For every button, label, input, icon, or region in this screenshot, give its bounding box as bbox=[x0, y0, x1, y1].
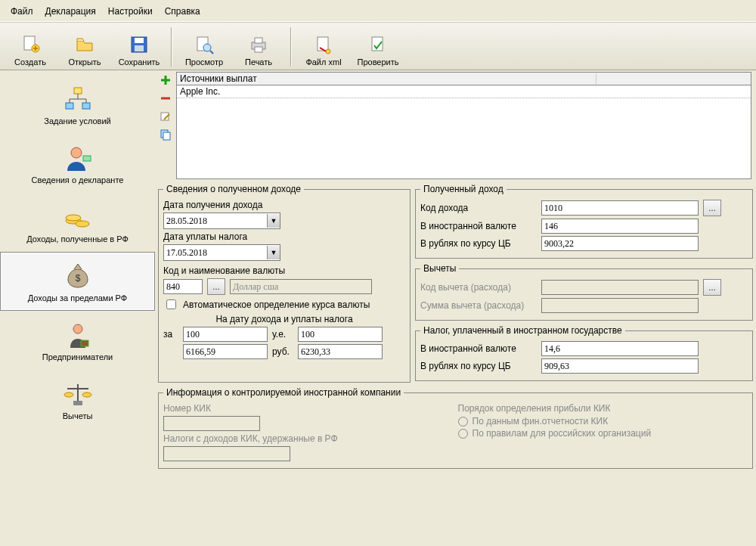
income-info-legend: Сведения о полученном доходе bbox=[163, 184, 304, 194]
kik-opt1-radio[interactable]: По данным фин.отчетности КИК bbox=[458, 416, 748, 427]
date-recv-input[interactable] bbox=[164, 214, 267, 228]
sidebar-item-income-foreign[interactable]: $ Доходы за пределами РФ bbox=[0, 252, 155, 311]
create-button[interactable]: Создать bbox=[3, 26, 57, 68]
currency-code-input[interactable] bbox=[163, 279, 203, 294]
auto-rate-checkbox[interactable] bbox=[166, 299, 176, 309]
filexml-button[interactable]: Файл xml bbox=[296, 26, 351, 68]
save-button[interactable]: Сохранить bbox=[112, 26, 166, 68]
rate1b-input[interactable] bbox=[298, 327, 383, 342]
save-label: Сохранить bbox=[119, 57, 160, 67]
deduct-sum-label: Сумма вычета (расхода) bbox=[420, 300, 537, 311]
preview-button[interactable]: Просмотр bbox=[177, 26, 231, 68]
income-code-label: Код дохода bbox=[420, 203, 537, 213]
svg-rect-3 bbox=[135, 38, 144, 43]
date-tax-combo[interactable]: ▼ bbox=[163, 244, 280, 261]
date-tax-input[interactable] bbox=[164, 246, 267, 259]
rate1a-input[interactable] bbox=[183, 327, 268, 342]
ftax-rub-input[interactable] bbox=[541, 358, 699, 374]
remove-source-button[interactable] bbox=[159, 92, 172, 105]
currency-lookup-button[interactable]: … bbox=[207, 278, 225, 295]
coins-icon bbox=[63, 198, 93, 231]
rate2a-input[interactable] bbox=[183, 344, 268, 359]
kik-legend: Информация о контролируемой иностранной … bbox=[163, 387, 404, 398]
check-button[interactable]: Проверить bbox=[351, 26, 405, 68]
radio-icon bbox=[458, 417, 468, 427]
kik-opt2-label: По правилам для российских организаций bbox=[472, 428, 652, 439]
svg-point-23 bbox=[73, 324, 82, 333]
check-label: Проверить bbox=[357, 57, 398, 67]
menu-file[interactable]: Файл bbox=[6, 5, 38, 18]
rub-label: руб. bbox=[272, 346, 293, 357]
deduct-code-lookup-button[interactable]: … bbox=[703, 279, 721, 296]
kik-order-label: Порядок определения прибыли КИК bbox=[458, 403, 611, 414]
rate2b-input[interactable] bbox=[298, 344, 383, 359]
menu-settings[interactable]: Настройки bbox=[104, 5, 157, 18]
kik-num-input bbox=[163, 416, 260, 431]
printer-icon bbox=[247, 33, 270, 56]
svg-point-27 bbox=[64, 392, 73, 397]
sidebar-item-deductions[interactable]: Вычеты bbox=[0, 370, 155, 429]
date-recv-combo[interactable]: ▼ bbox=[163, 213, 280, 229]
svg-line-7 bbox=[210, 51, 213, 54]
print-button[interactable]: Печать bbox=[231, 26, 286, 68]
floppy-icon bbox=[128, 33, 150, 56]
toolbar: Создать Открыть Сохранить Просмотр bbox=[0, 22, 756, 70]
sidebar: Задание условий Сведения о декларанте До… bbox=[0, 70, 155, 546]
menu-help[interactable]: Справка bbox=[160, 5, 205, 18]
ftax-fx-input[interactable] bbox=[541, 341, 699, 356]
sidebar-item-label: Задание условий bbox=[44, 116, 110, 126]
folder-open-icon bbox=[73, 33, 96, 56]
source-row-0[interactable]: Apple Inc. bbox=[177, 85, 751, 98]
svg-rect-18 bbox=[83, 156, 91, 161]
scales-icon bbox=[63, 375, 93, 408]
svg-point-17 bbox=[71, 147, 82, 158]
deduct-sum-input bbox=[541, 298, 699, 313]
sidebar-item-label: Предприниматели bbox=[42, 352, 113, 361]
svg-point-6 bbox=[203, 44, 211, 51]
sources-grid[interactable]: Источники выплат Apple Inc. bbox=[176, 72, 751, 179]
filexml-label: Файл xml bbox=[305, 57, 341, 67]
received-legend: Полученный доход bbox=[420, 184, 507, 194]
person-icon bbox=[63, 139, 93, 172]
sidebar-item-label: Доходы за пределами РФ bbox=[28, 293, 127, 302]
svg-rect-14 bbox=[74, 88, 82, 94]
kik-opt2-radio[interactable]: По правилам для российских организаций bbox=[458, 428, 748, 439]
income-rub-input[interactable] bbox=[541, 236, 699, 251]
svg-rect-32 bbox=[163, 132, 170, 140]
svg-point-12 bbox=[326, 49, 330, 54]
income-rub-label: В рублях по курсу ЦБ bbox=[420, 238, 537, 249]
businessman-icon bbox=[63, 316, 93, 349]
ftax-rub-label: В рублях по курсу ЦБ bbox=[420, 361, 537, 371]
svg-rect-10 bbox=[255, 47, 262, 52]
svg-point-20 bbox=[66, 215, 81, 221]
currency-name-field bbox=[230, 279, 372, 294]
dropdown-icon[interactable]: ▼ bbox=[267, 214, 280, 228]
edit-source-button[interactable] bbox=[159, 110, 172, 123]
create-label: Создать bbox=[14, 57, 46, 67]
dropdown-icon[interactable]: ▼ bbox=[267, 246, 280, 259]
menu-declaration[interactable]: Декларация bbox=[41, 5, 101, 18]
ye-label: у.е. bbox=[272, 329, 293, 340]
add-source-button[interactable] bbox=[159, 73, 172, 87]
open-button[interactable]: Открыть bbox=[57, 26, 112, 68]
file-xml-icon bbox=[312, 33, 335, 56]
date-tax-label: Дата уплаты налога bbox=[163, 231, 247, 242]
sidebar-item-declarant[interactable]: Сведения о декларанте bbox=[0, 134, 155, 193]
income-info-fieldset: Сведения о полученном доходе Дата получе… bbox=[158, 184, 411, 383]
sources-header-col2 bbox=[596, 73, 748, 84]
kik-tax-input bbox=[163, 446, 290, 461]
sidebar-item-entrepreneurs[interactable]: Предприниматели bbox=[0, 311, 155, 370]
sidebar-item-conditions[interactable]: Задание условий bbox=[0, 75, 155, 134]
copy-source-button[interactable] bbox=[159, 128, 172, 141]
sidebar-item-income-rf[interactable]: Доходы, полученные в РФ bbox=[0, 193, 155, 252]
sidebar-item-label: Вычеты bbox=[63, 411, 93, 420]
income-code-lookup-button[interactable]: … bbox=[703, 200, 721, 216]
deductions-legend: Вычеты bbox=[420, 263, 459, 274]
deduct-code-input bbox=[541, 280, 699, 295]
svg-rect-24 bbox=[81, 340, 88, 346]
income-fx-input[interactable] bbox=[541, 219, 699, 234]
date-recv-label: Дата получения дохода bbox=[163, 200, 262, 210]
income-fx-label: В иностранной валюте bbox=[420, 221, 537, 231]
income-code-input[interactable] bbox=[541, 200, 699, 216]
svg-text:$: $ bbox=[75, 273, 80, 284]
